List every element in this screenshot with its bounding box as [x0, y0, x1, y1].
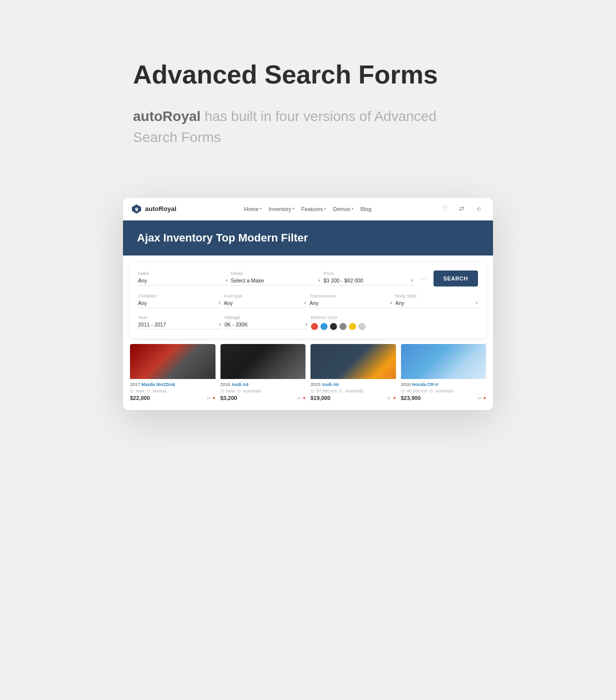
- fuel-filter[interactable]: Fuel type Any ▾: [224, 294, 307, 308]
- condition-filter[interactable]: Condition Any ▾: [138, 294, 221, 308]
- condition-select[interactable]: Any ▾: [138, 300, 221, 308]
- car-info: 2016 Honda CR-V ⊙ 45,000 Km ⊙ Automatic …: [401, 379, 486, 403]
- car-actions: ⇄ ♥: [387, 396, 396, 400]
- mileage-label: Mileage: [224, 315, 308, 320]
- compare-icon[interactable]: ⇄: [387, 396, 391, 400]
- car-actions: ⇄ ♥: [206, 396, 215, 400]
- color-swatch-red[interactable]: [311, 323, 318, 330]
- fuel-label: Fuel type: [224, 294, 307, 298]
- inventory-header: Ajax Inventory Top Modern Filter: [123, 220, 493, 256]
- browser-window: ♛ autoRoyal Home ▾ Inventory ▾ Features …: [123, 198, 493, 410]
- car-price-row: $3,200 ⇄ ♥: [220, 395, 306, 401]
- search-button[interactable]: SEARCH: [434, 270, 478, 286]
- model-label: Model: [231, 271, 321, 276]
- chevron-down-icon: ▾: [411, 278, 414, 283]
- km-icon: ⊙: [401, 388, 405, 394]
- fuel-select[interactable]: Any ▾: [224, 300, 307, 308]
- nav-item-features[interactable]: Features ▾: [302, 206, 326, 212]
- car-price-row: $22,000 ⇄ ♥: [130, 395, 216, 401]
- transmission-filter[interactable]: Transmission Any ▾: [310, 294, 392, 308]
- brand-logo: ♛ autoRoyal: [131, 204, 176, 214]
- heart-icon[interactable]: ♥: [212, 396, 215, 400]
- price-label: Price: [324, 271, 414, 276]
- nav-item-demos[interactable]: Demos ▾: [333, 206, 354, 212]
- heart-icon[interactable]: ♥: [393, 396, 396, 400]
- color-swatch-blue[interactable]: [320, 323, 328, 330]
- price-select[interactable]: $3 200 - $82 000 ▾: [324, 278, 414, 286]
- transmission-value: Any: [310, 300, 318, 306]
- chevron-down-icon: ▾: [260, 206, 262, 211]
- browser-chrome: ♛ autoRoyal Home ▾ Inventory ▾ Features …: [123, 198, 493, 220]
- heart-icon[interactable]: ♥: [484, 396, 486, 400]
- login-icon[interactable]: ⎋: [473, 203, 485, 215]
- car-card: 2017 Mazda MAZDA6 ⊙ New ⊙ Manual $22,000…: [130, 344, 216, 403]
- more-options-button[interactable]: ···: [416, 272, 430, 286]
- nav-item-home[interactable]: Home ▾: [244, 206, 262, 212]
- transmission-label: Transmission: [310, 294, 392, 298]
- compare-icon[interactable]: ⇄: [206, 396, 210, 400]
- body-style-filter[interactable]: Body Style Any ▾: [396, 294, 478, 308]
- mileage-value: 0K - 330K: [224, 322, 248, 328]
- car-price: $3,200: [220, 395, 238, 401]
- color-swatch-silver[interactable]: [358, 323, 366, 330]
- car-card: 2016 Audi A4 ⊙ New ⊙ Automatic $3,200 ⇄ …: [220, 344, 306, 403]
- chevron-down-icon: ▾: [226, 278, 228, 283]
- body-select[interactable]: Any ▾: [396, 300, 478, 308]
- year-label: Year: [138, 315, 222, 320]
- mileage-filter[interactable]: Mileage 0K - 330K ▾: [224, 315, 308, 330]
- km-icon: ⊙: [310, 388, 314, 394]
- nav-item-blog[interactable]: Blog: [360, 206, 372, 212]
- car-card: 2016 Honda CR-V ⊙ 45,000 Km ⊙ Automatic …: [401, 344, 486, 403]
- car-image-mazda: [130, 344, 216, 379]
- nav-brand-name: autoRoyal: [145, 205, 176, 212]
- chevron-down-icon: ▾: [324, 206, 326, 211]
- year-select[interactable]: 2011 - 2017 ▾: [138, 322, 222, 330]
- model-value: Select a Make: [231, 278, 264, 284]
- transmission-icon: ⊙: [339, 388, 343, 394]
- wishlist-icon[interactable]: ♡: [439, 203, 451, 215]
- car-title: 2017 Mazda MAZDA6: [130, 382, 216, 387]
- condition-label: Condition: [138, 294, 221, 298]
- body-value: Any: [396, 300, 404, 306]
- compare-icon[interactable]: ⇄: [297, 396, 301, 400]
- brand-icon: ♛: [131, 204, 142, 214]
- model-select[interactable]: Select a Make ▾: [231, 278, 321, 286]
- car-card: 2015 Audi A6 ⊙ 87,960 Km ⊙ Automatic $19…: [310, 344, 396, 403]
- body-label: Body Style: [396, 294, 478, 298]
- car-actions: ⇄ ♥: [478, 396, 486, 400]
- fuel-value: Any: [224, 300, 233, 306]
- page-title: Advanced Search Forms: [133, 60, 483, 90]
- compare-icon[interactable]: ⇄: [456, 203, 468, 215]
- transmission-select[interactable]: Any ▾: [310, 300, 392, 308]
- compare-icon[interactable]: ⇄: [478, 396, 482, 400]
- color-swatch-gray[interactable]: [340, 323, 346, 330]
- car-price: $23,900: [401, 395, 421, 401]
- search-row-1: Make Any ▾ Model Select a Make ▾ Price $…: [138, 270, 478, 286]
- color-swatch-black[interactable]: [330, 323, 337, 330]
- transmission-icon: ⊙: [430, 388, 434, 394]
- make-filter[interactable]: Make Any ▾: [138, 271, 228, 286]
- heart-icon[interactable]: ♥: [303, 396, 306, 400]
- car-image-audi-a6: [310, 344, 396, 379]
- car-meta: ⊙ 87,960 Km ⊙ Automatic: [310, 388, 396, 394]
- chevron-down-icon: ▾: [304, 300, 306, 306]
- price-value: $3 200 - $82 000: [324, 278, 363, 284]
- mileage-select[interactable]: 0K - 330K ▾: [224, 322, 308, 330]
- year-value: 2011 - 2017: [138, 322, 166, 328]
- chevron-down-icon: ▾: [318, 278, 320, 283]
- nav-item-inventory[interactable]: Inventory ▾: [268, 206, 294, 212]
- search-row-2: Condition Any ▾ Fuel type Any ▾ Transmis…: [138, 294, 478, 308]
- transmission-icon: ⊙: [237, 388, 241, 394]
- car-info: 2017 Mazda MAZDA6 ⊙ New ⊙ Manual $22,000…: [130, 379, 216, 403]
- car-info: 2016 Audi A4 ⊙ New ⊙ Automatic $3,200 ⇄ …: [220, 379, 306, 403]
- exterior-color-label: Exterior color: [311, 315, 478, 320]
- chevron-down-icon: ▾: [390, 300, 392, 306]
- color-swatches: [311, 323, 478, 330]
- price-filter[interactable]: Price $3 200 - $82 000 ▾: [324, 271, 414, 286]
- car-info: 2015 Audi A6 ⊙ 87,960 Km ⊙ Automatic $19…: [310, 379, 396, 403]
- year-filter[interactable]: Year 2011 - 2017 ▾: [138, 315, 222, 330]
- model-filter[interactable]: Model Select a Make ▾: [231, 271, 321, 286]
- condition-icon: ⊙: [130, 388, 134, 394]
- make-select[interactable]: Any ▾: [138, 278, 228, 286]
- color-swatch-yellow[interactable]: [349, 323, 356, 330]
